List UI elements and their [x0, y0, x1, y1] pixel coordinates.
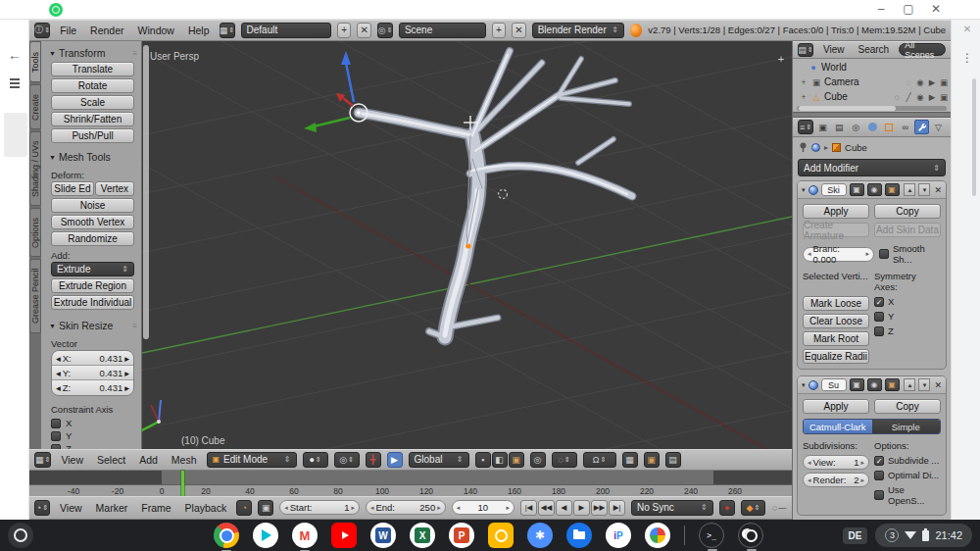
extrude-selector[interactable]: Extrude⇕	[51, 262, 134, 276]
scale-button[interactable]: Scale	[51, 95, 134, 110]
tab-render[interactable]: ▣	[815, 120, 830, 134]
viewport-3d[interactable]: User Persp (10) Cube + Tools Create Shad…	[29, 41, 792, 471]
visibility-toggle-icon[interactable]: ◉	[867, 378, 882, 391]
vector-y-field[interactable]: ◂Y:0.431▸	[52, 366, 133, 380]
simple-button[interactable]: Simple	[872, 420, 941, 433]
add-skin-data-button[interactable]: Add Skin Data	[874, 223, 941, 237]
play-button[interactable]: ▶	[573, 500, 590, 516]
tab-object-data[interactable]: ▽	[931, 120, 946, 134]
expand-icon[interactable]: +	[799, 92, 808, 102]
outliner-scope-selector[interactable]: All Scenes	[899, 43, 946, 56]
next-keyframe-button[interactable]: ▶▶	[591, 500, 608, 516]
constraint-x-checkbox[interactable]	[51, 419, 61, 428]
snap-element-icon[interactable]: ▦	[622, 452, 638, 468]
record-icon[interactable]: ●	[719, 500, 735, 516]
launcher-icon[interactable]	[8, 523, 33, 548]
current-frame-field[interactable]: ◂10▸	[452, 500, 514, 515]
tab-modifiers-wrench-icon[interactable]	[914, 120, 929, 134]
tab-render-layers[interactable]: ▤	[832, 120, 847, 134]
render-opengl-anim-icon[interactable]: ▤	[665, 452, 681, 468]
prev-keyframe-button[interactable]: ◀◀	[538, 500, 555, 516]
material-icon[interactable]: ◌	[892, 92, 902, 102]
rotate-button[interactable]: Rotate	[51, 78, 134, 93]
editor-type-properties-icon[interactable]: ≡⇕	[798, 120, 813, 134]
menu-add[interactable]: Add	[135, 454, 162, 466]
editor-type-3dview-icon[interactable]: ▦⇕	[34, 452, 51, 468]
tab-scene[interactable]: ◎	[849, 120, 863, 134]
frame-start-field[interactable]: ◂Start:1▸	[279, 500, 360, 515]
maximize-button[interactable]: ▢	[898, 2, 919, 18]
scene-selector[interactable]: Scene	[399, 23, 486, 38]
editmode-toggle-icon[interactable]: ▣	[850, 183, 864, 196]
extrude-individual-button[interactable]: Extrude Individual	[51, 295, 134, 310]
root-vertex-dot[interactable]	[466, 243, 470, 248]
jump-to-end-button[interactable]: ▶|	[609, 500, 625, 516]
editor-type-info-icon[interactable]: ⓘ⇕	[34, 23, 50, 38]
equalize-radii-button[interactable]: Equalize Radii	[803, 349, 869, 364]
language-badge[interactable]: DE	[843, 527, 868, 544]
tab-tools[interactable]: Tools	[29, 41, 41, 82]
expand-icon[interactable]: +	[799, 77, 808, 87]
outliner-hscrollbar[interactable]	[797, 106, 947, 111]
editmode-toggle-icon[interactable]: ▣	[850, 378, 864, 391]
object-icon[interactable]	[811, 143, 820, 152]
layout-delete-button[interactable]: ✕	[357, 23, 371, 38]
limit-selection-icon[interactable]: ◎	[530, 452, 546, 468]
sync-mode-selector[interactable]: No Sync⇕	[631, 500, 713, 516]
create-armature-button[interactable]: Create Armature	[803, 223, 869, 237]
face-select-mode-icon[interactable]: ▣	[509, 452, 524, 468]
blender-app-icon[interactable]	[738, 523, 763, 548]
drag-handle-icon[interactable]	[10, 78, 20, 90]
visibility-eye-icon[interactable]: ◉	[915, 92, 925, 102]
whatsapp-icon[interactable]	[49, 3, 63, 17]
powerpoint-icon[interactable]: P	[449, 523, 474, 548]
add-modifier-dropdown[interactable]: Add Modifier⇕	[798, 159, 946, 176]
editor-type-timeline-icon[interactable]: ◔⇕	[34, 500, 50, 516]
page-scrollbar[interactable]	[972, 78, 976, 196]
menu-render[interactable]: Render	[86, 25, 127, 36]
region-expand-icon[interactable]: +	[774, 53, 788, 67]
menu-view[interactable]: View	[57, 454, 87, 466]
symmetry-y-row[interactable]: Y	[874, 311, 941, 322]
slide-edge-button[interactable]: Slide Ed	[51, 181, 94, 196]
close-button[interactable]: ✕	[925, 2, 947, 18]
shrink-fatten-button[interactable]: Shrink/Fatten	[51, 112, 134, 126]
render-toggle-icon[interactable]: ▣	[885, 183, 900, 196]
move-up-button[interactable]: ▴	[904, 183, 915, 196]
layout-icon[interactable]: ▦⇕	[220, 23, 235, 38]
move-up-button[interactable]: ▴	[904, 378, 915, 391]
selectability-icon[interactable]: ▶	[927, 77, 937, 87]
branch-smoothing-field[interactable]: ◂Branc: 0.000▸	[803, 247, 874, 262]
constraint-y-row[interactable]: Y	[41, 428, 141, 441]
outliner-item-cube[interactable]: + △ Cube ◌ ╱ ◉ ▶ ▣	[795, 89, 949, 104]
move-down-button[interactable]: ▾	[918, 183, 930, 196]
scene-add-button[interactable]: +	[492, 23, 507, 38]
keying-set-selector[interactable]: ◆⇕	[741, 500, 765, 516]
keep-icon[interactable]	[488, 523, 514, 548]
outliner-item-world[interactable]: ● World	[795, 60, 949, 75]
catmull-clark-button[interactable]: Catmull-Clark	[804, 420, 872, 433]
smooth-shading-checkbox[interactable]	[879, 249, 889, 259]
renderability-icon[interactable]: ▣	[939, 92, 949, 102]
mark-root-button[interactable]: Mark Root	[803, 331, 869, 346]
minimize-button[interactable]: –	[870, 2, 892, 18]
constraint-z-row[interactable]: Z	[41, 441, 141, 449]
viewport-shading-selector[interactable]: ●⇕	[303, 452, 328, 468]
symmetry-z-checkbox[interactable]	[874, 326, 884, 336]
excel-icon[interactable]: X	[410, 523, 435, 548]
mesh-tools-panel-header[interactable]: ▼Mesh Tools	[41, 149, 141, 166]
smooth-vertex-button[interactable]: Smooth Vertex	[51, 215, 134, 229]
vertex-select-mode-icon[interactable]: ▪	[475, 452, 491, 468]
tab-constraints[interactable]: ∞	[898, 120, 912, 134]
terminal-icon[interactable]: >_	[699, 523, 724, 548]
panel-close-icon[interactable]: ✕	[960, 24, 974, 37]
delete-modifier-icon[interactable]: ✕	[934, 185, 942, 195]
tab-options[interactable]: Options	[29, 208, 41, 257]
scene-delete-button[interactable]: ✕	[512, 23, 526, 38]
subdivide-uvs-checkbox[interactable]: ✓	[874, 456, 884, 466]
noise-button[interactable]: Noise	[51, 198, 134, 213]
outliner-item-camera[interactable]: + ▣ Camera ◌ ◉ ▶ ▣	[795, 75, 949, 89]
play-reverse-button[interactable]: ◀	[556, 500, 572, 516]
frame-end-field[interactable]: ◂End:250▸	[366, 500, 446, 515]
tab-object[interactable]	[882, 120, 897, 134]
